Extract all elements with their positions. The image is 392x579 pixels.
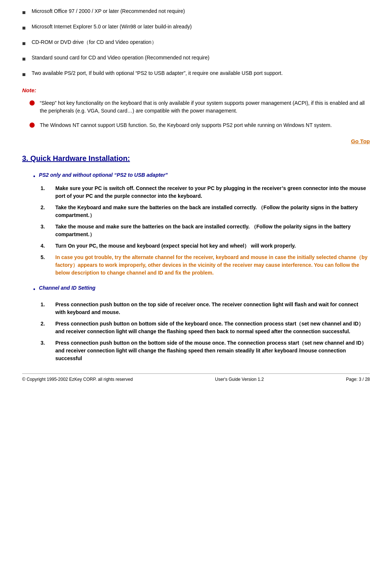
bullet-square-icon [22,8,26,17]
go-top-container: Go Top [22,137,370,146]
bullet-item-3: CD-ROM or DVD drive（for CD and Video ope… [22,38,370,48]
footer-version: User's Guide Version 1.2 [215,376,264,383]
bullet-item-1: Microsoft Office 97 / 2000 / XP or later… [22,7,370,17]
numbered-text-3: Take the mouse and make sure the batteri… [55,223,370,238]
channel-numbered-item-1: 1. Press connection push button on the t… [41,301,370,316]
channel-id-label: Channel and ID Setting [39,284,96,292]
channel-bullet-item: Channel and ID Setting [33,284,370,296]
bullet-text-4: Standard sound card for CD and Video ope… [32,54,370,62]
channel-numbered-text-1: Press connection push button on the top … [55,301,370,316]
channel-numbered-item-2: 2. Press connection push button on botto… [41,320,370,335]
numbered-text-2: Take the Keyboard and make sure the batt… [55,204,370,219]
numbered-item-1: 1. Make sure your PC is switch off. Conn… [41,185,370,200]
note-label: Note: [22,86,370,95]
index-2: 2. [41,204,49,211]
index-3: 3. [41,223,49,231]
note-list: “Sleep” hot key functionality on the key… [22,99,370,130]
index-1: 1. [41,185,49,192]
numbered-item-5: 5. In case you got trouble, try the alte… [41,254,370,277]
channel-numbered-item-3: 3. Press connection push button on the b… [41,339,370,362]
note-bullet-icon [30,122,35,130]
bullet-item-4: Standard sound card for CD and Video ope… [22,54,370,63]
index-5: 5. [41,254,49,261]
numbered-item-4: 4. Turn On your PC, the mouse and keyboa… [41,242,370,250]
note-item-1: “Sleep” hot key functionality on the key… [22,99,370,115]
ps2-section: PS2 only and without optional “PS2 to US… [22,171,370,277]
bullet-square-icon [22,70,26,79]
bullet-square-icon [22,39,26,48]
footer-copyright: © Copyright 1995-2002 EzKey CORP. all ri… [22,376,133,383]
bullet-list: Microsoft Office 97 / 2000 / XP or later… [22,7,370,79]
channel-index-1: 1. [41,301,49,309]
bullet-text-5: Two available PS/2 port, If build with o… [32,69,370,77]
numbered-text-4: Turn On your PC, the mouse and keyboard … [55,242,370,250]
bullet-text-3: CD-ROM or DVD drive（for CD and Video ope… [32,38,370,46]
bullet-square-icon [22,24,26,32]
footer: © Copyright 1995-2002 EzKey CORP. all ri… [22,373,370,383]
numbered-item-2: 2. Take the Keyboard and make sure the b… [41,204,370,219]
ps2-label: PS2 only and without optional “PS2 to US… [39,171,168,179]
channel-numbered-text-2: Press connection push button on bottom s… [55,320,370,335]
ps2-bullet-item: PS2 only and without optional “PS2 to US… [33,171,370,181]
channel-index-2: 2. [41,320,49,328]
channel-id-section: Channel and ID Setting 1. Press connecti… [22,284,370,362]
index-4: 4. [41,242,49,250]
note-text-1: “Sleep” hot key functionality on the key… [40,99,370,115]
note-item-2: The Windows NT cannot support USB functi… [22,121,370,130]
go-top-link[interactable]: Go Top [351,138,370,144]
bullet-text-2: Microsoft Internet Explorer 5.0 or later… [32,23,370,31]
sub-bullet-dot-icon [33,172,35,181]
section3-heading: 3. Quick Hardware Installation: [22,153,370,164]
note-bullet-icon [30,100,35,108]
red-circle-icon [30,123,35,128]
red-circle-icon [30,100,35,106]
note-text-2: The Windows NT cannot support USB functi… [40,121,370,129]
footer-page: Page: 3 / 28 [346,376,370,383]
bullet-text-1: Microsoft Office 97 / 2000 / XP or later… [32,7,370,15]
bullet-square-icon [22,55,26,63]
numbered-item-3: 3. Take the mouse and make sure the batt… [41,223,370,238]
channel-numbered-text-3: Press connection push button on the bott… [55,339,370,362]
numbered-text-5: In case you got trouble, try the alterna… [55,254,370,277]
numbered-text-1: Make sure your PC is switch off. Connect… [55,185,370,200]
ps2-numbered-list: 1. Make sure your PC is switch off. Conn… [33,185,370,277]
bullet-item-5: Two available PS/2 port, If build with o… [22,69,370,79]
bullet-item-2: Microsoft Internet Explorer 5.0 or later… [22,23,370,32]
channel-numbered-list: 1. Press connection push button on the t… [33,301,370,362]
channel-sub-bullet-dot-icon [33,285,35,294]
channel-index-3: 3. [41,339,49,347]
